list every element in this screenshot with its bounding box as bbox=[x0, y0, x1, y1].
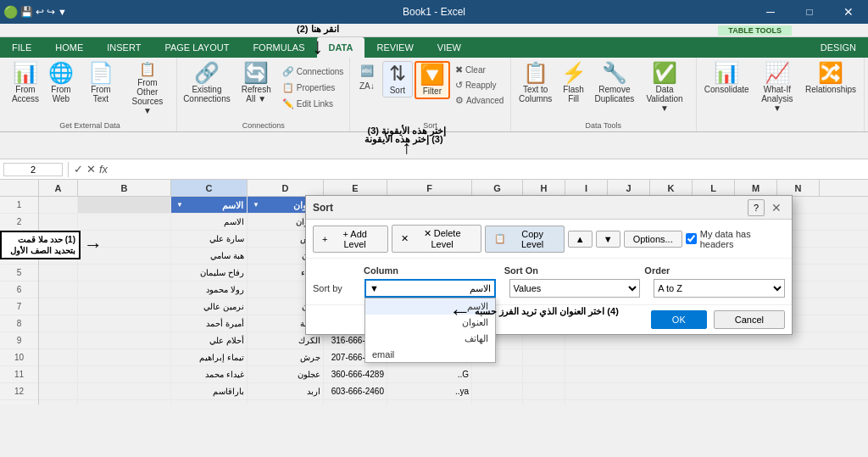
cell-B7[interactable] bbox=[78, 298, 171, 315]
sort-az-btn[interactable]: 🔤 bbox=[353, 63, 381, 79]
row-num-6[interactable]: 6 bbox=[0, 281, 38, 298]
column-select[interactable]: الاسم ▼ bbox=[364, 279, 496, 298]
sort-dialog-help-btn[interactable]: ? bbox=[748, 199, 765, 216]
cell-E13[interactable]: 913-666-5928 bbox=[324, 400, 387, 404]
cell-B9[interactable] bbox=[78, 332, 171, 348]
dropdown-item-name[interactable]: الاسم bbox=[365, 298, 495, 315]
has-headers-checkbox[interactable] bbox=[686, 233, 697, 244]
tab-home[interactable]: HOME bbox=[43, 37, 95, 58]
up-btn[interactable]: ▲ bbox=[568, 231, 593, 248]
sort-dialog[interactable]: Sort ? ✕ + + Add Level ✕ ✕ Delete Level … bbox=[305, 195, 793, 335]
existing-connections-btn[interactable]: 🔗 ExistingConnections bbox=[180, 61, 234, 105]
cell-C2[interactable]: الاسم bbox=[171, 214, 248, 230]
delete-level-btn[interactable]: ✕ ✕ Delete Level bbox=[392, 225, 481, 253]
cell-A5[interactable] bbox=[39, 265, 78, 281]
copy-level-btn[interactable]: 📋 Copy Level bbox=[485, 226, 565, 253]
tab-file[interactable]: FILE bbox=[0, 37, 43, 58]
cell-a1[interactable] bbox=[39, 197, 78, 213]
cell-C8[interactable]: أميرة أحمد bbox=[171, 315, 248, 332]
cell-D12[interactable]: اربد bbox=[248, 383, 324, 399]
filter-btn[interactable]: 🔽 Filter bbox=[415, 61, 450, 99]
cell-H13[interactable] bbox=[523, 400, 565, 404]
refresh-all-btn[interactable]: 🔄 RefreshAll ▼ bbox=[237, 61, 275, 105]
sort-on-select[interactable]: Values bbox=[509, 279, 641, 298]
cell-B5[interactable] bbox=[78, 265, 171, 281]
col-header-k[interactable]: K bbox=[650, 180, 693, 196]
what-if-btn[interactable]: 📈 What-IfAnalysis ▼ bbox=[754, 61, 801, 114]
tab-view[interactable]: VIEW bbox=[426, 37, 473, 58]
down-btn[interactable]: ▼ bbox=[596, 231, 620, 248]
ok-btn[interactable]: OK bbox=[651, 310, 707, 329]
cell-C13[interactable]: جوري ناصر bbox=[171, 400, 248, 404]
col-header-b[interactable]: B bbox=[78, 180, 171, 196]
col-header-f[interactable]: F bbox=[387, 180, 472, 196]
tab-insert[interactable]: INSERT bbox=[95, 37, 153, 58]
cell-H10[interactable] bbox=[523, 349, 565, 365]
row-num-1[interactable]: 1 bbox=[0, 197, 38, 214]
cell-A3[interactable] bbox=[39, 231, 78, 247]
dropdown-item-email[interactable]: email bbox=[365, 347, 495, 362]
tab-data[interactable]: DATA bbox=[317, 37, 365, 58]
cell-C5[interactable]: رفاح سليمان bbox=[171, 265, 248, 281]
col-header-h[interactable]: H bbox=[523, 180, 565, 196]
reapply-btn[interactable]: ↺ Reapply bbox=[452, 78, 507, 92]
cell-H12[interactable] bbox=[523, 383, 565, 399]
row-num-2[interactable]: 2 bbox=[0, 214, 38, 231]
redo-icon[interactable]: ↪ bbox=[47, 6, 55, 18]
cancel-btn[interactable]: Cancel bbox=[714, 310, 785, 329]
save-icon[interactable]: 💾 bbox=[20, 6, 33, 18]
name-box[interactable] bbox=[3, 163, 63, 176]
cell-c1[interactable]: الاسم▼ bbox=[171, 197, 248, 213]
col-header-e[interactable]: E bbox=[324, 180, 387, 196]
cell-A11[interactable] bbox=[39, 366, 78, 382]
sort-btn[interactable]: ⇅ Sort bbox=[382, 61, 413, 98]
cell-G12[interactable] bbox=[472, 383, 523, 399]
cell-B8[interactable] bbox=[78, 315, 171, 332]
properties-btn[interactable]: 📋 Properties bbox=[279, 81, 348, 95]
cell-D11[interactable]: عجلون bbox=[248, 366, 324, 382]
row-num-8[interactable]: 8 bbox=[0, 315, 38, 332]
col-header-a[interactable]: A bbox=[39, 180, 78, 196]
cell-A6[interactable] bbox=[39, 281, 78, 298]
cell-F12[interactable]: ya.. bbox=[387, 383, 472, 399]
data-validation-btn[interactable]: ✅ DataValidation ▼ bbox=[638, 61, 690, 114]
col-header-m[interactable]: M bbox=[735, 180, 777, 196]
cell-A9[interactable] bbox=[39, 332, 78, 348]
cell-B10[interactable] bbox=[78, 349, 171, 365]
cell-C4[interactable]: هبة سامي bbox=[171, 248, 248, 264]
cell-B4[interactable] bbox=[78, 248, 171, 264]
sort-dialog-close-btn[interactable]: ✕ bbox=[768, 199, 785, 216]
cell-A8[interactable] bbox=[39, 315, 78, 332]
tab-design[interactable]: DESIGN bbox=[809, 37, 868, 58]
cell-C11[interactable]: غيداء محمد bbox=[171, 366, 248, 382]
col-header-i[interactable]: I bbox=[565, 180, 608, 196]
maximize-btn[interactable]: □ bbox=[790, 0, 829, 24]
clear-btn[interactable]: ✖ Clear bbox=[452, 63, 507, 77]
row-num-11[interactable]: 11 bbox=[0, 366, 38, 383]
cell-B12[interactable] bbox=[78, 383, 171, 399]
formula-input[interactable] bbox=[111, 164, 865, 175]
formula-check-icon[interactable]: ✓ bbox=[74, 163, 83, 176]
relationships-btn[interactable]: 🔀 Relationships bbox=[803, 61, 859, 96]
from-text-btn[interactable]: 📄 From Text bbox=[80, 61, 122, 105]
sort-dialog-titlebar[interactable]: Sort ? ✕ bbox=[306, 196, 792, 220]
cell-B13[interactable] bbox=[78, 400, 171, 404]
advanced-btn[interactable]: ⚙ Advanced bbox=[452, 93, 507, 108]
cell-C6[interactable]: رولا محمود bbox=[171, 281, 248, 298]
cell-C3[interactable]: سارة علي bbox=[171, 231, 248, 247]
row-num-3[interactable]: 3 bbox=[0, 231, 38, 248]
cell-b1[interactable] bbox=[78, 197, 171, 213]
cell-B2[interactable] bbox=[78, 214, 171, 230]
cell-B6[interactable] bbox=[78, 281, 171, 298]
row-num-4[interactable]: 4 bbox=[0, 248, 38, 265]
row-num-12[interactable]: 12 bbox=[0, 383, 38, 400]
dropdown-item-phone[interactable]: الهاتف bbox=[365, 331, 495, 347]
order-select[interactable]: A to Z bbox=[654, 279, 785, 298]
cell-A12[interactable] bbox=[39, 383, 78, 399]
cell-E11[interactable]: 360-666-4289 bbox=[324, 366, 387, 382]
cell-D10[interactable]: جرش bbox=[248, 349, 324, 365]
add-level-btn[interactable]: + + Add Level bbox=[313, 226, 388, 253]
text-to-columns-btn[interactable]: 📋 Text toColumns bbox=[516, 61, 555, 105]
sort-za-btn[interactable]: ZA↓ bbox=[353, 80, 381, 92]
col-header-d[interactable]: D bbox=[248, 180, 324, 196]
